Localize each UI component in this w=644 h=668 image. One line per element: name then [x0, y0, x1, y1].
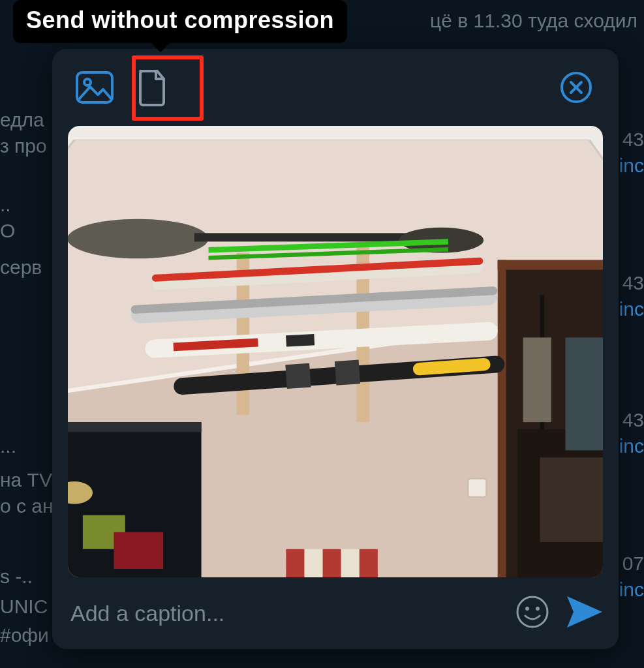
bg-text: ...	[0, 431, 16, 462]
svg-rect-0	[77, 72, 112, 102]
bg-text: о с ан	[0, 491, 54, 522]
media-send-modal	[52, 49, 619, 649]
bg-link: inc	[619, 431, 644, 462]
svg-point-46	[536, 607, 540, 611]
bg-text: #офи	[0, 620, 49, 651]
svg-rect-15	[565, 337, 603, 450]
send-icon	[566, 595, 604, 631]
svg-rect-16	[468, 479, 486, 497]
bg-text: О	[0, 215, 15, 247]
svg-rect-30	[286, 334, 314, 347]
svg-rect-33	[285, 363, 311, 389]
svg-rect-14	[523, 337, 551, 422]
svg-rect-42	[323, 549, 341, 577]
preview-image-content	[68, 126, 603, 577]
emoji-icon	[515, 595, 549, 631]
emoji-button[interactable]	[512, 592, 553, 634]
caption-input[interactable]	[70, 601, 501, 626]
caption-row	[52, 577, 619, 649]
svg-point-19	[68, 219, 208, 259]
svg-point-45	[525, 607, 529, 611]
bg-text: з про	[0, 130, 47, 162]
svg-rect-13	[540, 457, 603, 542]
svg-point-44	[517, 597, 547, 627]
send-button[interactable]	[564, 592, 606, 634]
svg-point-1	[84, 79, 91, 85]
svg-rect-34	[335, 360, 360, 386]
svg-rect-36	[68, 422, 202, 432]
svg-rect-43	[360, 549, 378, 577]
send-as-file-button[interactable]	[129, 65, 175, 110]
close-icon	[560, 72, 592, 103]
svg-rect-39	[114, 532, 163, 569]
bg-text: s -..	[0, 561, 33, 592]
send-as-photo-button[interactable]	[72, 65, 117, 110]
bg-text: цё в 11.30 туда сходил	[430, 5, 637, 37]
modal-header	[52, 49, 619, 126]
image-preview	[68, 126, 603, 577]
svg-rect-9	[498, 260, 506, 577]
bg-link: inc	[619, 574, 644, 605]
photo-icon	[76, 71, 114, 104]
svg-rect-41	[286, 549, 304, 577]
bg-text: UNIC	[0, 591, 48, 622]
file-icon	[136, 68, 168, 106]
svg-rect-10	[498, 260, 603, 269]
bg-link: inc	[619, 150, 644, 181]
tooltip-send-without-compression: Send without compression	[13, 0, 347, 43]
bg-link: inc	[619, 294, 644, 325]
bg-text: серв	[0, 252, 42, 283]
close-button[interactable]	[553, 65, 599, 110]
